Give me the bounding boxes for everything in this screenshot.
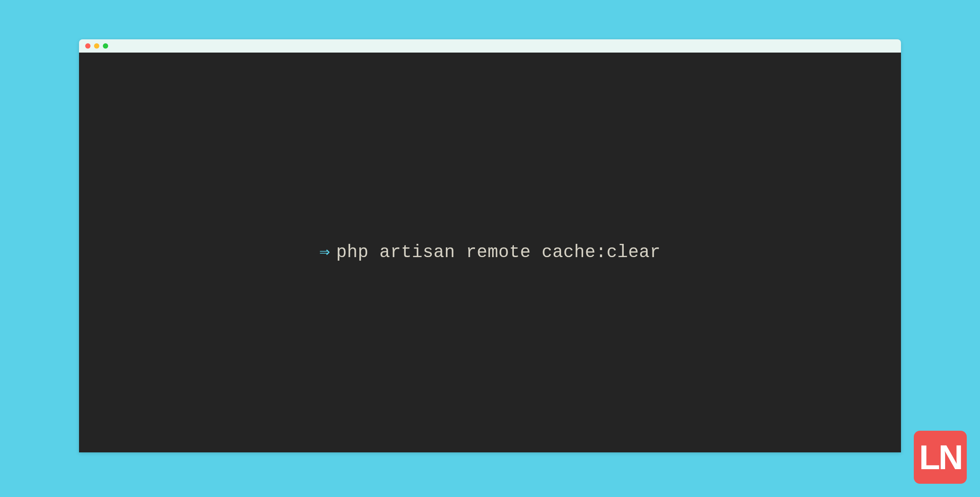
terminal-window: ⇒ php artisan remote cache:clear (79, 39, 901, 452)
window-titlebar (79, 39, 901, 53)
logo-text: LN (919, 440, 961, 474)
prompt-arrow-icon: ⇒ (319, 244, 330, 262)
close-icon[interactable] (85, 43, 90, 49)
terminal-body[interactable]: ⇒ php artisan remote cache:clear (79, 53, 901, 452)
minimize-icon[interactable] (94, 43, 99, 49)
maximize-icon[interactable] (103, 43, 108, 49)
command-text: php artisan remote cache:clear (336, 243, 660, 262)
logo-badge: LN (914, 431, 967, 484)
command-line: ⇒ php artisan remote cache:clear (319, 243, 660, 262)
